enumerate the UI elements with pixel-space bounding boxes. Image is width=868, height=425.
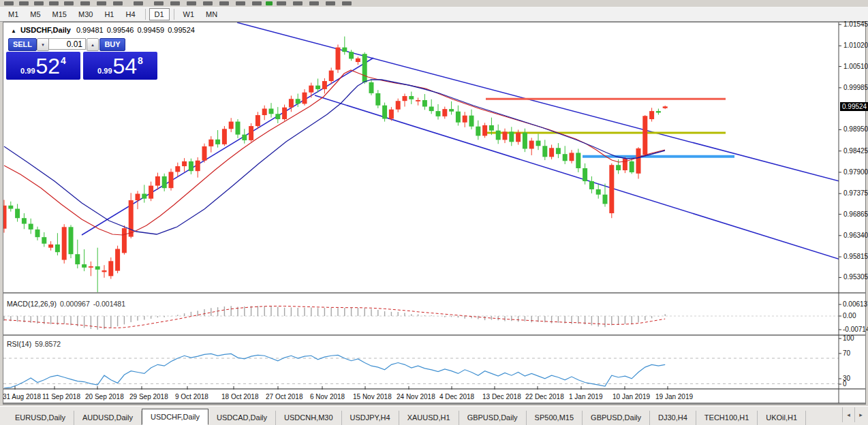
toolbar-fragment [203, 1, 213, 5]
toolbar-fragment-green [266, 1, 273, 5]
toolbar-fragment [134, 1, 143, 5]
tab-usdcad-daily[interactable]: USDCAD,Daily [208, 411, 276, 425]
buy-price-box[interactable]: 0.99 54 8 [83, 52, 157, 80]
rsi-indicator-label: RSI(14)59.8572 [7, 340, 61, 348]
tab-gbpusd-daily[interactable]: GBPUSD,Daily [583, 411, 650, 425]
date-axis-label: 20 Sep 2018 [85, 393, 124, 400]
date-axis-label: 27 Oct 2018 [266, 393, 303, 400]
sell-button[interactable]: SELL [8, 38, 37, 51]
date-axis-label: 19 Jan 2019 [655, 393, 693, 400]
timeframe-button-h1[interactable]: H1 [99, 8, 119, 20]
buy-price-small: 0.99 [97, 67, 112, 75]
sell-price-small: 0.99 [20, 67, 35, 75]
volume-decrease-button[interactable]: ▾ [37, 38, 49, 51]
tab-xauusd-h1[interactable]: XAUUSD,H1 [399, 411, 459, 425]
rsi-axis-label: 100 [843, 334, 854, 342]
date-axis-label: 24 Nov 2018 [397, 393, 435, 400]
timeframe-button-h4[interactable]: H4 [120, 8, 140, 20]
toolbar-fragment [170, 1, 180, 5]
macd-axis-label: 0.00 [843, 312, 856, 319]
macd-name: MACD(12,26,9) [7, 300, 57, 308]
price-axis-label: 0.97375 [843, 189, 868, 197]
price-axis-label: 0.99985 [843, 84, 868, 91]
ohlc-high: 0.99546 [107, 26, 134, 34]
price-axis-label: 0.95305 [843, 273, 868, 281]
toolbar-fragment [64, 1, 74, 5]
tab-sp500-m15[interactable]: SP500,M15 [527, 411, 583, 425]
tab-eurusd-daily[interactable]: EURUSD,Daily [7, 411, 74, 425]
toolbar-fragment [19, 1, 29, 5]
chart-symbol: USDCHF,Daily [20, 26, 71, 34]
date-axis-label: 29 Sep 2018 [129, 393, 168, 400]
collapse-panel-icon[interactable]: ▲ [11, 28, 16, 34]
volume-increase-button[interactable]: ▴ [87, 38, 99, 51]
volume-input[interactable] [48, 38, 86, 50]
toolbar-fragment [113, 1, 123, 5]
tab-scroll-right-icon[interactable]: ▸ [854, 407, 867, 422]
toolbar-fragment [219, 1, 229, 5]
price-axis-label: 0.97900 [843, 168, 868, 176]
toolbar-fragment [34, 1, 44, 5]
toolbar-fragment [97, 1, 106, 5]
toolbar-fragment [309, 1, 319, 5]
toolbar-separator [145, 9, 146, 20]
date-axis-label: 15 Nov 2018 [353, 393, 392, 400]
tab-gbpusd-daily[interactable]: GBPUSD,Daily [459, 411, 527, 425]
date-axis-label: 13 Dec 2018 [482, 393, 521, 400]
tab-dj30-h4[interactable]: DJ30,H4 [650, 411, 696, 425]
tab-scroll-buttons: ◂ ▸ [842, 407, 867, 422]
timeframe-button-mn[interactable]: MN [200, 8, 223, 20]
timeframe-button-d1[interactable]: D1 [149, 8, 170, 20]
timeframe-button-m5[interactable]: M5 [25, 8, 46, 20]
toolbar-fragment [4, 1, 14, 5]
price-axis-label: 0.95815 [843, 253, 868, 260]
rsi-axis-label: 70 [843, 349, 850, 357]
sell-price-big: 52 [36, 54, 61, 78]
toolbar-fragment [252, 1, 262, 5]
ohlc-low: 0.99459 [137, 26, 164, 34]
rsi-name: RSI(14) [7, 340, 31, 348]
tab-audusd-daily[interactable]: AUDUSD,Daily [74, 411, 142, 425]
tab-usdchf-daily[interactable]: USDCHF,Daily [142, 409, 208, 425]
timeframe-toolbar: M1M5M15M30H1H4D1W1MN [0, 7, 868, 22]
price-axis-label: 0.98425 [843, 147, 868, 155]
tab-usdjpy-h4[interactable]: USDJPY,H4 [342, 411, 399, 425]
top-toolbar-strip [0, 0, 868, 7]
toolbar-fragment [80, 1, 90, 5]
ohlc-open: 0.99481 [76, 26, 104, 34]
trading-platform-window: M1M5M15M30H1H4D1W1MN ▲USDCHF,Daily0.9948… [0, 0, 868, 425]
price-axis-label: 0.96340 [843, 232, 868, 239]
date-axis-label: 18 Oct 2018 [221, 393, 258, 400]
timeframe-button-w1[interactable]: W1 [178, 8, 200, 20]
toolbar-fragment [293, 1, 303, 5]
buy-button[interactable]: BUY [99, 38, 125, 51]
tab-tech100-h1[interactable]: TECH100,H1 [696, 411, 758, 425]
tab-ukoil-h1[interactable]: UKOil,H1 [758, 411, 806, 425]
timeframe-button-m1[interactable]: M1 [3, 8, 24, 20]
toolbar-fragment [277, 1, 286, 5]
rsi-value: 59.8572 [35, 340, 61, 348]
current-price-label: 0.99524 [840, 102, 868, 111]
tab-scroll-left-icon[interactable]: ◂ [842, 407, 854, 422]
toolbar-fragment [154, 1, 164, 5]
date-axis-label: 9 Oct 2018 [175, 393, 208, 400]
buy-price-big: 54 [113, 54, 138, 78]
date-axis-label: 6 Nov 2018 [310, 393, 345, 400]
toolbar-fragment [236, 1, 245, 5]
date-axis-label: 4 Dec 2018 [439, 393, 474, 400]
macd-axis-label: -0.007142 [843, 326, 868, 333]
timeframe-button-m15[interactable]: M15 [47, 8, 72, 20]
toolbar-separator [174, 9, 174, 20]
sell-price-sup: 4 [61, 55, 66, 66]
sell-price-box[interactable]: 0.99 52 4 [6, 52, 80, 80]
price-axis-label: 1.01020 [843, 42, 868, 49]
buy-price-sup: 8 [138, 55, 143, 66]
timeframe-button-m30[interactable]: M30 [73, 8, 98, 20]
toolbar-fragment [342, 1, 352, 5]
date-axis-label: 1 Jan 2019 [569, 393, 603, 400]
price-axis-label: 1.00510 [843, 63, 868, 70]
tab-usdcnh-m30[interactable]: USDCNH,M30 [276, 411, 342, 425]
date-axis-label: 11 Sep 2018 [42, 393, 80, 400]
macd-main-value: 0.000967 [60, 300, 90, 308]
chart-title: ▲USDCHF,Daily0.994810.995460.994590.9952… [11, 26, 198, 34]
